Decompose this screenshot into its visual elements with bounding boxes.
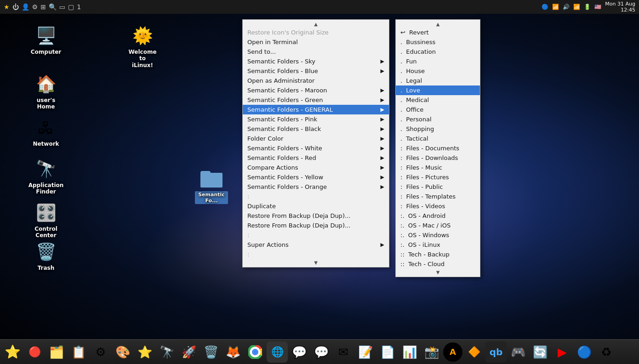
- sub-menu-os-android[interactable]: :. OS - Android: [396, 211, 480, 221]
- menu-restore-backup[interactable]: Restore From Backup (Deja Dup)...: [243, 221, 389, 230]
- sub-menu-house[interactable]: . House: [396, 66, 480, 76]
- dock-recycle[interactable]: ♻️: [596, 341, 617, 363]
- dock-wps[interactable]: 📄: [377, 341, 398, 363]
- sub-menu-files-downloads[interactable]: : Files - Downloads: [396, 153, 480, 163]
- battery-icon[interactable]: 🔋: [584, 4, 591, 10]
- dock-anydesk[interactable]: ▶: [552, 341, 573, 363]
- dock-palette[interactable]: 🎨: [112, 341, 133, 363]
- trash-icon[interactable]: 🗑️ Trash: [28, 239, 64, 273]
- power-icon[interactable]: ⏻: [12, 3, 19, 11]
- dock-files[interactable]: 🗂️: [46, 341, 67, 363]
- menu-sem-sky[interactable]: Semantic Folders - Sky ▶: [243, 57, 389, 66]
- sub-menu-os-windows[interactable]: :. OS - Windows: [396, 230, 480, 240]
- signal-icon[interactable]: 📶: [573, 4, 580, 10]
- dock-screenshot[interactable]: 📸: [421, 341, 442, 363]
- menu-duplicate[interactable]: Restore From Backup (Deja Dup)...: [243, 211, 389, 221]
- network-icon[interactable]: 🖧 Network: [28, 115, 64, 149]
- window-icon[interactable]: ▢: [68, 3, 74, 11]
- search-icon[interactable]: 🔍: [49, 3, 57, 11]
- sub-menu-fun[interactable]: . Fun: [396, 57, 480, 66]
- sub-menu-love[interactable]: . Love: [396, 85, 480, 95]
- control-center-icon[interactable]: 🎛️ Control Center: [28, 200, 64, 241]
- menu-sem-red[interactable]: Semantic Folders - Red ▶: [243, 153, 389, 163]
- dock-steam[interactable]: 🎮: [508, 341, 529, 363]
- menu-sem-orange[interactable]: Semantic Folders - Orange ▶: [243, 182, 389, 192]
- star-icon[interactable]: ★: [4, 3, 10, 11]
- dock-sheets[interactable]: 📊: [399, 341, 420, 363]
- sub-menu-education[interactable]: . Education: [396, 47, 480, 57]
- dock-skype[interactable]: 💬: [311, 341, 332, 363]
- scroll-up-arrow[interactable]: ▲: [243, 21, 389, 28]
- bluetooth-icon[interactable]: 🔵: [542, 4, 548, 10]
- computer-icon[interactable]: 🖥️ Computer: [28, 23, 64, 57]
- menu-send-to[interactable]: Send to...: [243, 47, 389, 57]
- menu-detailed-folder[interactable]: Duplicate: [243, 201, 389, 211]
- menu-super-actions[interactable]: Super Actions ▶: [243, 240, 389, 250]
- dock-toggle[interactable]: ⚙️: [90, 341, 111, 363]
- sub-menu-shopping[interactable]: . Shopping: [396, 124, 480, 134]
- sub-scroll-down-arrow[interactable]: ▼: [396, 269, 480, 276]
- dock-rocket[interactable]: 🚀: [178, 341, 200, 363]
- grid-icon[interactable]: ⊞: [40, 3, 46, 11]
- dock-circles[interactable]: 🔴: [24, 341, 45, 363]
- menu-open-admin[interactable]: Open as Administrator: [243, 76, 389, 85]
- dock-amazon[interactable]: A: [443, 342, 462, 362]
- settings-icon[interactable]: ⚙: [32, 3, 38, 11]
- sub-menu-files-videos[interactable]: : Files - Videos: [396, 201, 480, 211]
- dock-trash-green[interactable]: 🗑️: [200, 341, 222, 363]
- user-icon[interactable]: 👤: [22, 3, 29, 11]
- network-icon[interactable]: 📶: [552, 4, 559, 10]
- dock-firefox[interactable]: 🦊: [223, 341, 244, 363]
- menu-sem-maroon[interactable]: Semantic Folders - Maroon ▶: [243, 85, 389, 95]
- sub-menu-files-documents[interactable]: : Files - Documents: [396, 143, 480, 153]
- dock-backup[interactable]: 🔄: [530, 341, 551, 363]
- sub-menu-files-templates[interactable]: : Files - Templates: [396, 192, 480, 201]
- menu-sem-general[interactable]: Semantic Folders - GENERAL ▶: [243, 105, 389, 114]
- sub-menu-legal[interactable]: . Legal: [396, 76, 480, 85]
- dock-qb[interactable]: qb: [485, 341, 507, 363]
- menu-compare-actions[interactable]: Compare Actions ▶: [243, 163, 389, 172]
- sub-menu-tech-backup[interactable]: :: Tech - Backup: [396, 250, 480, 259]
- sub-menu-tech-cloud[interactable]: :: Tech - Cloud: [396, 259, 480, 269]
- monitor-icon[interactable]: ▭: [59, 3, 65, 11]
- menu-sem-green[interactable]: Semantic Folders - Green ▶: [243, 95, 389, 105]
- sub-menu-tactical[interactable]: . Tactical: [396, 134, 480, 143]
- scroll-down-arrow[interactable]: ▼: [243, 259, 389, 266]
- menu-folder-color[interactable]: Folder Color ▶: [243, 134, 389, 143]
- dock-probrowser[interactable]: 🌐: [267, 341, 288, 363]
- sub-menu-os-ilinux[interactable]: :. OS - iLinux: [396, 240, 480, 250]
- sub-menu-files-music[interactable]: : Files - Music: [396, 163, 480, 172]
- semantic-folder-icon[interactable]: Semantic Fo...: [193, 165, 230, 206]
- dock-star2[interactable]: ⭐: [134, 341, 155, 363]
- menu-sem-white[interactable]: Semantic Folders - White ▶: [243, 143, 389, 153]
- menu-sem-pink[interactable]: Semantic Folders - Pink ▶: [243, 114, 389, 124]
- dock-viber[interactable]: 💬: [289, 341, 310, 363]
- dock-word[interactable]: 📝: [355, 341, 376, 363]
- menu-sem-yellow[interactable]: Semantic Folders - Yellow ▶: [243, 172, 389, 182]
- menu-open-terminal[interactable]: Open in Terminal: [243, 37, 389, 47]
- flag-icon[interactable]: 🇺🇸: [594, 4, 601, 10]
- welcome-icon[interactable]: 🌞 Welcome toiLinux!: [124, 23, 161, 70]
- sub-menu-os-mac[interactable]: :. OS - Mac / iOS: [396, 221, 480, 230]
- dock-chrome[interactable]: [245, 341, 266, 363]
- app-finder-icon[interactable]: 🔭 ApplicationFinder: [28, 156, 64, 197]
- sub-menu-files-public[interactable]: : Files - Public: [396, 182, 480, 192]
- dock-binoculars[interactable]: 🔭: [156, 341, 177, 363]
- sub-menu-personal[interactable]: . Personal: [396, 114, 480, 124]
- dock-filemanager[interactable]: 📋: [68, 341, 89, 363]
- sub-scroll-up-arrow[interactable]: ▲: [396, 21, 480, 28]
- dock-email[interactable]: ✉️: [333, 341, 354, 363]
- users-home-icon[interactable]: 🏠 user's Home: [28, 71, 64, 112]
- dock-star[interactable]: ⭐: [2, 341, 23, 363]
- menu-sem-blue[interactable]: Semantic Folders - Blue ▶: [243, 66, 389, 76]
- sub-menu-bussiness[interactable]: . Bussiness: [396, 37, 480, 47]
- sub-menu-files-pictures[interactable]: : Files - Pictures: [396, 172, 480, 182]
- sub-menu-revert[interactable]: ↩ Revert: [396, 28, 480, 37]
- dock-vlc[interactable]: 🔶: [463, 341, 485, 363]
- sub-menu-medical[interactable]: . Medical: [396, 95, 480, 105]
- sub-menu-office[interactable]: . Office: [396, 105, 480, 114]
- volume-icon[interactable]: 🔊: [563, 4, 570, 10]
- menu-sem-black[interactable]: Semantic Folders - Black ▶: [243, 124, 389, 134]
- workspace-number[interactable]: 1: [77, 3, 81, 11]
- dock-teamviewer[interactable]: 🔵: [574, 341, 595, 363]
